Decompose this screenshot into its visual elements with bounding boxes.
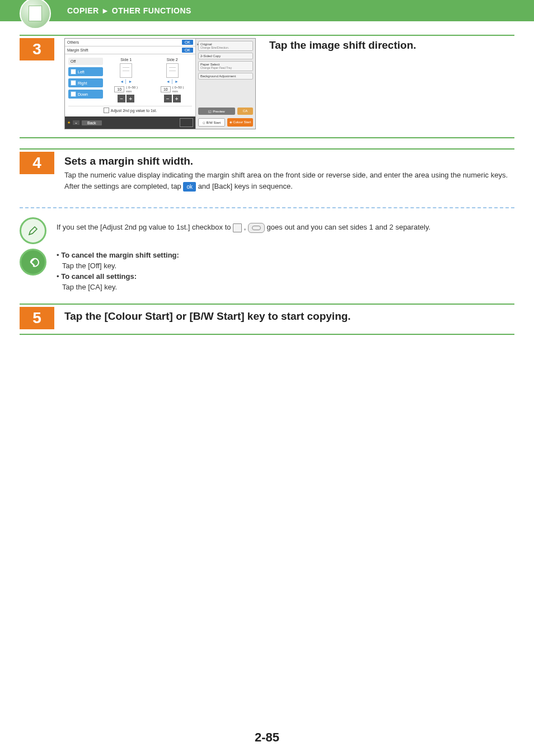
mock-arrows-1: ◄ │ ► [120,80,132,83]
mock-others-label: Others [67,40,79,44]
mock-side2-header: Side 2 [167,58,178,62]
mock-plusminus-1[interactable]: −+ [118,95,134,102]
mock-chevron-icon[interactable]: ⌄ [73,120,79,125]
dashed-divider [20,207,514,208]
pencil-note-icon [20,217,46,244]
step-3-row: 3 Others OK Margin Shift OK [20,35,514,138]
mock-side-original[interactable]: Original Change Size/Direction. [198,41,253,51]
note1-b: , [244,223,248,231]
mock-value-1[interactable]: 10 [114,86,124,92]
mock-star-icon[interactable]: ★ [67,120,71,125]
copier-header-icon [20,0,51,29]
cancel-margin-body: Tap the [Off] key. [62,262,179,270]
mock-value-2[interactable]: 10 [161,86,171,92]
mock-side-2sided[interactable]: 2-Sided Copy [198,53,253,59]
note1-c: goes out and you can set sides 1 and 2 s… [267,223,430,231]
note1-a: If you set the [Adjust 2nd pg value to 1… [57,223,233,231]
mock-back-button[interactable]: Back [82,120,102,125]
cancel-all-item: • To cancel all settings: [57,272,179,281]
page-number: 2-85 [0,730,534,745]
step-5-row: 5 Tap the [Colour Start] or [B/W Start] … [20,304,514,335]
mock-panel-arrow-icon: ▸ [197,42,199,46]
mock-unit-2: mm [172,90,178,93]
header-separator: ► [101,6,109,15]
mock-left-button[interactable]: Left [68,67,103,76]
mock-ok-2[interactable]: OK [182,48,193,53]
cancel-all-body: Tap the [CA] key. [62,283,179,291]
step-4-line1: Tap the numeric value display indicating… [64,170,514,181]
step-4-title: Sets a margin shift width. [64,155,514,167]
mock-arrows-2: ◄ │ ► [166,80,179,83]
step-3-title: Tap the image shift direction. [269,39,416,52]
mock-adjust-label: Adjust 2nd pg value to 1st. [111,109,157,113]
mock-bw-start[interactable]: ◇ B/W Start [198,118,225,127]
mock-side-paper[interactable]: Paper Select Change Paper Feed Tray [198,61,253,71]
step-5-title: Tap the [Colour Start] or [B/W Start] ke… [64,310,514,323]
mock-marginshift-label: Margin Shift [67,48,88,52]
back-note-icon [20,249,46,276]
mock-plusminus-2[interactable]: −+ [164,95,181,102]
mock-off-button[interactable]: Off [68,58,103,65]
mock-side-bg[interactable]: Background Adjustment [198,73,253,80]
mock-range-2: ( 0~50 ) [172,86,184,89]
note-1-row: If you set the [Adjust 2nd pg value to 1… [20,217,514,244]
header-section: COPIER [67,6,99,15]
mock-keyboard-icon[interactable] [180,118,193,127]
mock-right-button[interactable]: Right [68,78,103,87]
step-3-badge: 3 [20,38,54,60]
mock-colour-start[interactable]: ◈ Colour Start [227,118,253,127]
mock-preview-button[interactable]: ◱Preview [198,108,235,115]
header-bar: COPIER ► OTHER FUNCTIONS [0,0,534,21]
mock-ca-button[interactable]: CA [237,108,253,115]
cancel-margin-item: • To cancel the margin shift setting: [57,251,179,259]
link-icon [248,223,265,233]
mock-page-icon-2 [166,63,179,78]
step-4-line2: After the settings are completed, tap ok… [64,181,514,192]
step-4-row: 4 Sets a margin shift width. Tap the num… [20,148,514,198]
checkbox-empty-icon [233,223,242,232]
mock-adjust-checkbox[interactable] [104,108,109,113]
ok-chip-icon: ok [183,182,196,192]
mock-ok-1[interactable]: OK [182,40,193,45]
step-5-badge: 5 [20,307,54,329]
mock-page-icon-1 [120,63,132,78]
header-subsection: OTHER FUNCTIONS [112,6,191,15]
margin-shift-screenshot: Others OK Margin Shift OK Off Left Right [64,38,256,129]
mock-unit-1: mm [126,90,132,93]
mock-range-1: ( 0~50 ) [126,86,138,89]
mock-down-button[interactable]: Down [68,90,103,99]
step-4-badge: 4 [20,152,54,174]
mock-side1-header: Side 1 [120,58,132,62]
note-2-row: • To cancel the margin shift setting: Ta… [20,249,514,293]
